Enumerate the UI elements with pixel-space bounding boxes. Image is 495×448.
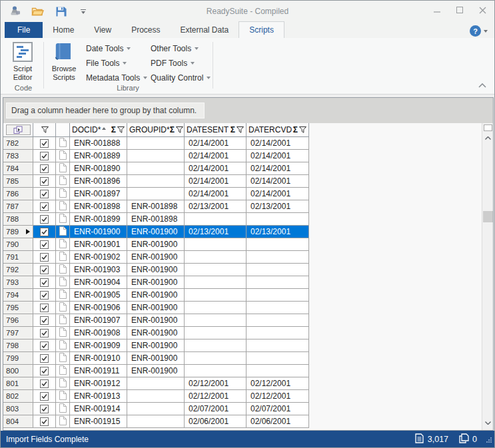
docid-cell[interactable]: ENR-001898 — [70, 200, 127, 213]
docid-cell[interactable]: ENR-001903 — [70, 264, 127, 276]
row-number-cell[interactable]: 785 — [3, 175, 33, 188]
document-icon-cell[interactable] — [56, 365, 70, 377]
checkbox-cell[interactable] — [33, 150, 56, 162]
tab-process[interactable]: Process — [121, 22, 170, 38]
document-icon-cell[interactable] — [56, 302, 70, 314]
docid-cell[interactable]: ENR-001910 — [70, 352, 127, 365]
row-checkbox[interactable] — [40, 354, 49, 363]
datesent-cell[interactable]: 02/12/2001 — [185, 377, 247, 390]
checkbox-cell[interactable] — [33, 137, 56, 150]
table-row[interactable]: 787ENR-001898ENR-00189802/13/200102/13/2… — [3, 200, 493, 213]
check-column-header[interactable] — [33, 123, 56, 137]
row-checkbox[interactable] — [40, 253, 49, 262]
docid-cell[interactable]: ENR-001897 — [70, 188, 127, 200]
table-row[interactable]: 797ENR-001908ENR-001900 — [3, 327, 493, 339]
checkbox-cell[interactable] — [33, 162, 56, 175]
table-row[interactable]: 803ENR-00191402/07/200102/07/2001 — [3, 403, 493, 415]
document-icon-cell[interactable] — [56, 327, 70, 339]
table-row[interactable]: 786ENR-00189702/14/200102/14/2001 — [3, 188, 493, 200]
docid-cell[interactable]: ENR-001911 — [70, 365, 127, 377]
groupid-cell[interactable]: ENR-001900 — [127, 352, 185, 365]
row-checkbox[interactable] — [40, 202, 49, 211]
table-row[interactable]: 783ENR-00188902/14/200102/14/2001 — [3, 150, 493, 162]
datercvd-cell[interactable] — [247, 339, 309, 352]
datesent-cell[interactable]: 02/13/2001 — [185, 200, 247, 213]
row-number-cell[interactable]: 792 — [3, 264, 33, 276]
table-row[interactable]: 782ENR-00188802/14/200102/14/2001 — [3, 137, 493, 150]
datercvd-cell[interactable] — [247, 264, 309, 276]
quality-control-menu[interactable]: Quality Control — [151, 73, 211, 83]
datesent-cell[interactable]: 02/14/2001 — [185, 162, 247, 175]
table-row[interactable]: 798ENR-001909ENR-001900 — [3, 339, 493, 352]
document-icon-cell[interactable] — [56, 188, 70, 200]
datercvd-cell[interactable]: 02/07/2001 — [247, 403, 309, 415]
filter-funnel-icon[interactable] — [41, 126, 49, 133]
row-checkbox[interactable] — [40, 266, 49, 274]
document-icon-cell[interactable] — [56, 352, 70, 365]
datesent-cell[interactable] — [185, 264, 247, 276]
row-checkbox[interactable] — [40, 367, 49, 375]
filter-funnel-icon[interactable] — [299, 126, 306, 133]
datercvd-cell[interactable] — [247, 251, 309, 264]
document-icon-cell[interactable] — [56, 162, 70, 175]
groupid-cell[interactable]: ENR-001900 — [127, 289, 185, 302]
datercvd-cell[interactable]: 02/13/2001 — [247, 226, 309, 238]
table-row[interactable]: 793ENR-001904ENR-001900 — [3, 276, 493, 289]
datesent-cell[interactable]: 02/12/2001 — [185, 390, 247, 403]
docid-cell[interactable]: ENR-001889 — [70, 150, 127, 162]
row-number-cell[interactable]: 790 — [3, 238, 33, 251]
help-button[interactable]: ? — [470, 25, 488, 37]
datercvd-cell[interactable] — [247, 352, 309, 365]
datercvd-cell[interactable]: 02/14/2001 — [247, 150, 309, 162]
datesent-cell[interactable] — [185, 276, 247, 289]
document-icon-cell[interactable] — [56, 251, 70, 264]
checkbox-cell[interactable] — [33, 213, 56, 226]
checkbox-cell[interactable] — [33, 339, 56, 352]
document-icon-cell[interactable] — [56, 200, 70, 213]
document-icon-cell[interactable] — [56, 415, 70, 428]
row-number-cell[interactable]: 800 — [3, 365, 33, 377]
row-checkbox[interactable] — [40, 190, 49, 198]
document-icon-cell[interactable] — [56, 264, 70, 276]
datesent-cell[interactable]: 02/14/2001 — [185, 137, 247, 150]
groupid-cell[interactable]: ENR-001900 — [127, 226, 185, 238]
groupid-cell[interactable] — [127, 390, 185, 403]
row-checkbox[interactable] — [40, 228, 49, 236]
row-checkbox[interactable] — [40, 304, 49, 312]
row-number-cell[interactable]: 804 — [3, 415, 33, 428]
docid-cell[interactable]: ENR-001907 — [70, 314, 127, 327]
groupid-cell[interactable] — [127, 403, 185, 415]
row-number-cell[interactable]: 794 — [3, 289, 33, 302]
groupid-cell[interactable]: ENR-001900 — [127, 238, 185, 251]
datercvd-cell[interactable] — [247, 238, 309, 251]
datesent-cell[interactable] — [185, 302, 247, 314]
column-header-groupid[interactable]: GROUPID* Σ — [127, 123, 185, 137]
datercvd-cell[interactable] — [247, 213, 309, 226]
tab-view[interactable]: View — [84, 22, 121, 38]
column-header-datercvd[interactable]: DATERCVD Σ — [247, 123, 309, 137]
datercvd-cell[interactable]: 02/12/2001 — [247, 390, 309, 403]
table-row[interactable]: 788ENR-001899ENR-001898 — [3, 213, 493, 226]
checkbox-cell[interactable] — [33, 314, 56, 327]
column-header-docid[interactable]: DOCID* Σ — [70, 123, 127, 137]
table-row[interactable]: 789ENR-001900ENR-00190002/13/200102/13/2… — [3, 226, 493, 238]
document-icon-cell[interactable] — [56, 314, 70, 327]
groupid-cell[interactable] — [127, 137, 185, 150]
tab-external-data[interactable]: External Data — [171, 22, 239, 38]
datesent-cell[interactable]: 02/06/2001 — [185, 415, 247, 428]
groupid-cell[interactable]: ENR-001898 — [127, 200, 185, 213]
row-checkbox[interactable] — [40, 139, 49, 148]
groupid-cell[interactable] — [127, 175, 185, 188]
checkbox-cell[interactable] — [33, 327, 56, 339]
document-icon-cell[interactable] — [56, 390, 70, 403]
row-checkbox[interactable] — [40, 379, 49, 388]
datesent-cell[interactable]: 02/07/2001 — [185, 403, 247, 415]
row-number-cell[interactable]: 787 — [3, 200, 33, 213]
grid-customize-button[interactable] — [6, 124, 31, 135]
datesent-cell[interactable] — [185, 213, 247, 226]
groupid-cell[interactable]: ENR-001900 — [127, 264, 185, 276]
row-checkbox[interactable] — [40, 316, 49, 325]
script-editor-button[interactable]: Script Editor — [6, 41, 39, 82]
row-checkbox[interactable] — [40, 417, 49, 426]
checkbox-cell[interactable] — [33, 276, 56, 289]
